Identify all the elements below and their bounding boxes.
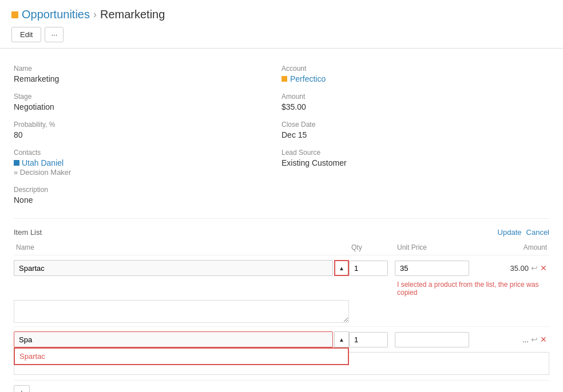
item-2-dropdown: Spartac: [14, 347, 349, 365]
amount-value: $35.00: [282, 102, 549, 111]
item-1-note-spacer: [14, 279, 349, 298]
probability-label: Probability, %: [14, 121, 282, 129]
item-1-textarea-row: [14, 299, 549, 324]
item-1-note-row: I selected a product from the list, the …: [14, 278, 549, 299]
contact-role: » Decision Maker: [14, 168, 71, 177]
item-1-undo-icon[interactable]: ↩: [531, 263, 538, 273]
lead-source-value: Existing Customer: [282, 158, 549, 167]
fields-grid: Name Remarketing Stage Negotiation Proba…: [14, 60, 549, 209]
left-fields: Name Remarketing Stage Negotiation Proba…: [14, 60, 282, 209]
item-list-header: Item List Update Cancel: [14, 223, 549, 240]
item-row-1-top: ▲ 35.00 ↩ ✕: [14, 258, 549, 278]
item-2-name-cell: ▲ Spartac: [14, 331, 349, 347]
toolbar: Edit ···: [11, 27, 552, 42]
contacts-label: Contacts: [14, 149, 282, 157]
stage-label: Stage: [14, 93, 282, 101]
item-1-delete-icon[interactable]: ✕: [540, 263, 547, 273]
breadcrumb: Opportunities › Remarketing: [11, 8, 552, 21]
field-contacts: Contacts Utah Daniel » Decision Maker: [14, 144, 282, 181]
col-amount: Amount: [481, 242, 549, 253]
item-2-qty-input[interactable]: [349, 332, 388, 347]
right-fields: Account Perfectico Amount $35.00 Close D…: [282, 60, 549, 209]
item-1-amount-cell: 35.00 ↩ ✕: [481, 260, 549, 276]
cancel-button[interactable]: Cancel: [526, 228, 549, 237]
page-wrapper: Opportunities › Remarketing Edit ··· Nam…: [0, 0, 563, 392]
probability-value: 80: [14, 130, 282, 139]
item-1-note-textarea[interactable]: [14, 300, 349, 323]
description-label: Description: [14, 186, 282, 194]
breadcrumb-opportunities-link[interactable]: Opportunities: [22, 8, 90, 21]
item-2-undo-icon[interactable]: ↩: [531, 335, 538, 344]
item-1-amount-value: 35.00: [510, 264, 529, 273]
field-description: Description None: [14, 181, 282, 209]
opportunities-icon: [11, 11, 18, 18]
add-item-button[interactable]: +: [14, 385, 30, 392]
field-lead-source: Lead Source Existing Customer: [282, 144, 549, 172]
stage-value: Negotiation: [14, 102, 282, 111]
update-button[interactable]: Update: [498, 228, 522, 237]
item-2-expand-button[interactable]: ▲: [334, 331, 349, 347]
item-row-2-top: ▲ Spartac ... ↩ ✕: [14, 329, 549, 350]
account-value[interactable]: Perfectico: [282, 74, 549, 83]
item-2-delete-icon[interactable]: ✕: [540, 335, 547, 344]
item-row-1: ▲ 35.00 ↩ ✕ I selected a product from th: [14, 255, 549, 327]
item-2-amount-cell: ... ↩ ✕: [481, 331, 549, 347]
name-label: Name: [14, 65, 282, 73]
col-qty: Qty: [349, 242, 395, 253]
field-probability: Probability, % 80: [14, 116, 282, 144]
item-2-price-input[interactable]: [395, 332, 469, 347]
account-label: Account: [282, 65, 549, 73]
lead-source-label: Lead Source: [282, 149, 549, 157]
contact-dot: [14, 160, 19, 166]
col-unit-price: Unit Price: [395, 242, 481, 253]
field-amount: Amount $35.00: [282, 88, 549, 116]
item-1-qty-input[interactable]: [349, 261, 388, 276]
field-close-date: Close Date Dec 15: [282, 116, 549, 144]
item-1-name-cell: ▲: [14, 260, 349, 276]
item-2-name-input[interactable]: [14, 331, 333, 347]
item-list-actions: Update Cancel: [498, 228, 549, 237]
account-name: Perfectico: [290, 74, 326, 83]
amount-label: Amount: [282, 93, 549, 101]
item-1-tooltip-text: I selected a product from the list, the …: [397, 281, 547, 297]
page-header: Opportunities › Remarketing Edit ···: [0, 0, 563, 49]
table-header: Name Qty Unit Price Amount: [14, 240, 549, 255]
item-1-name-input[interactable]: [14, 260, 333, 276]
item-row-2: ▲ Spartac ... ↩ ✕: [14, 327, 549, 381]
contact-name: Utah Daniel: [22, 158, 64, 167]
breadcrumb-page-title: Remarketing: [100, 8, 165, 21]
contact-link[interactable]: Utah Daniel: [14, 158, 282, 167]
close-date-label: Close Date: [282, 121, 549, 129]
item-1-expand-button[interactable]: ▲: [334, 260, 349, 276]
field-stage: Stage Negotiation: [14, 88, 282, 116]
description-value: None: [14, 195, 282, 205]
item-list-label: Item List: [14, 228, 42, 237]
item-1-qty-spacer: [349, 279, 395, 298]
more-button[interactable]: ···: [45, 27, 64, 42]
account-dot: [282, 76, 287, 82]
field-account: Account Perfectico: [282, 60, 549, 88]
item-2-amount-value: ...: [522, 335, 529, 344]
col-name: Name: [14, 242, 349, 253]
breadcrumb-separator: ›: [93, 9, 97, 21]
divider: [14, 218, 549, 219]
item-1-tooltip: I selected a product from the list, the …: [395, 279, 549, 298]
close-date-value: Dec 15: [282, 130, 549, 139]
field-name: Name Remarketing: [14, 60, 282, 88]
main-content: Name Remarketing Stage Negotiation Proba…: [0, 49, 563, 392]
contacts-value: Utah Daniel » Decision Maker: [14, 158, 282, 177]
dropdown-item-spartac[interactable]: Spartac: [15, 349, 348, 364]
edit-button[interactable]: Edit: [11, 27, 41, 42]
item-1-price-input[interactable]: [395, 261, 469, 276]
name-value: Remarketing: [14, 74, 282, 83]
